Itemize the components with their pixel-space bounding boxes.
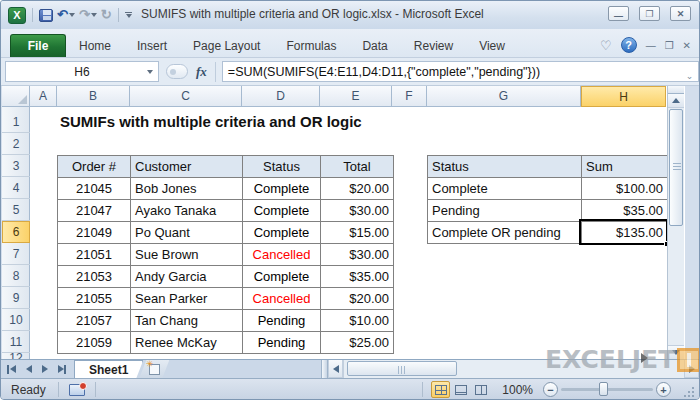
cell-customer[interactable]: Renee McKay: [131, 332, 243, 354]
close-button[interactable]: [670, 6, 691, 21]
first-sheet-button[interactable]: [6, 363, 19, 376]
vertical-split-handle[interactable]: [668, 86, 684, 94]
column-header-g[interactable]: G: [427, 86, 581, 107]
header-order[interactable]: Order #: [58, 156, 131, 178]
cell-status[interactable]: Cancelled: [243, 244, 321, 266]
excel-logo-icon[interactable]: [8, 7, 26, 24]
normal-view-button[interactable]: [431, 381, 450, 398]
redo-button[interactable]: [79, 7, 97, 23]
sheet-tab-sheet1[interactable]: Sheet1: [74, 360, 143, 378]
tab-home[interactable]: Home: [66, 39, 124, 53]
cell-customer[interactable]: Bob Jones: [131, 178, 243, 200]
scroll-right-button[interactable]: [684, 360, 699, 378]
column-header-e[interactable]: E: [320, 86, 392, 107]
cell-total[interactable]: $30.00: [321, 200, 394, 222]
row-header-5[interactable]: 5: [2, 199, 30, 221]
cell-order[interactable]: 21059: [58, 332, 131, 354]
restore-button[interactable]: [639, 6, 660, 21]
header-status[interactable]: Status: [428, 156, 582, 178]
cell-customer[interactable]: Andy Garcia: [131, 266, 243, 288]
horizontal-scrollbar[interactable]: [343, 360, 684, 378]
row-header-3[interactable]: 3: [2, 155, 30, 177]
cell-customer[interactable]: Sean Parker: [131, 288, 243, 310]
scroll-down-button[interactable]: [668, 345, 684, 359]
scroll-left-button[interactable]: [328, 360, 343, 378]
cell-status[interactable]: Complete: [243, 178, 321, 200]
last-sheet-button[interactable]: [54, 363, 67, 376]
repeat-icon[interactable]: [101, 7, 112, 23]
workbook-close-icon[interactable]: [683, 40, 691, 51]
insert-worksheet-button[interactable]: [139, 360, 169, 378]
previous-sheet-button[interactable]: [22, 363, 35, 376]
active-cell-selection[interactable]: [579, 219, 668, 245]
row-header-7[interactable]: 7: [2, 243, 30, 265]
tab-view[interactable]: View: [466, 39, 518, 53]
vertical-scroll-thumb[interactable]: [669, 109, 683, 226]
column-header-a[interactable]: A: [30, 86, 57, 107]
formula-input[interactable]: =SUM(SUMIFS(E4:E11,D4:D11,{"complete","p…: [222, 61, 681, 82]
tab-file[interactable]: File: [10, 34, 66, 57]
header-customer[interactable]: Customer: [131, 156, 243, 178]
column-header-d[interactable]: D: [242, 86, 320, 107]
cell-status-label[interactable]: Pending: [428, 200, 582, 222]
page-break-view-button[interactable]: [471, 381, 490, 398]
header-total[interactable]: Total: [321, 156, 394, 178]
zoom-out-button[interactable]: −: [543, 382, 558, 397]
tab-review[interactable]: Review: [401, 39, 466, 53]
scroll-up-button[interactable]: [668, 94, 684, 108]
help-icon[interactable]: [621, 37, 637, 53]
select-all-button[interactable]: [2, 86, 30, 107]
column-header-c[interactable]: C: [130, 86, 242, 107]
cell-status[interactable]: Cancelled: [243, 288, 321, 310]
cell-total[interactable]: $35.00: [321, 266, 394, 288]
cell-status[interactable]: Complete: [243, 266, 321, 288]
chevron-down-icon[interactable]: [91, 13, 97, 17]
cell-status-label[interactable]: Complete OR pending: [428, 222, 582, 244]
row-header-4[interactable]: 4: [2, 177, 30, 199]
cell-order[interactable]: 21051: [58, 244, 131, 266]
column-header-h-selected[interactable]: H: [581, 86, 666, 107]
insert-function-button[interactable]: fx: [196, 64, 207, 80]
worksheet-title-cell[interactable]: SUMIFs with multiple criteria and OR log…: [60, 111, 362, 133]
cell-customer[interactable]: Ayako Tanaka: [131, 200, 243, 222]
cell-status[interactable]: Complete: [243, 200, 321, 222]
chevron-down-icon[interactable]: [69, 13, 75, 17]
cell-status[interactable]: Complete: [243, 222, 321, 244]
cell-order[interactable]: 21047: [58, 200, 131, 222]
cell-order[interactable]: 21055: [58, 288, 131, 310]
cell-order[interactable]: 21045: [58, 178, 131, 200]
cell-customer[interactable]: Tan Chang: [131, 310, 243, 332]
heart-icon[interactable]: [600, 36, 612, 54]
cell-sum-value[interactable]: $100.00: [582, 178, 668, 200]
cell-status[interactable]: Pending: [243, 332, 321, 354]
cell-status[interactable]: Pending: [243, 310, 321, 332]
cell-customer[interactable]: Po Quant: [131, 222, 243, 244]
expand-formula-bar-button[interactable]: [681, 61, 699, 82]
resize-grip[interactable]: [683, 386, 695, 398]
column-header-b[interactable]: B: [57, 86, 130, 107]
header-sum[interactable]: Sum: [582, 156, 668, 178]
row-header-8[interactable]: 8: [2, 265, 30, 287]
tab-formulas[interactable]: Formulas: [273, 39, 349, 53]
page-layout-view-button[interactable]: [451, 381, 470, 398]
row-header-11[interactable]: 11: [2, 331, 30, 353]
cell-order[interactable]: 21057: [58, 310, 131, 332]
vertical-scrollbar[interactable]: [667, 86, 684, 359]
zoom-in-button[interactable]: +: [656, 382, 671, 397]
cell-total[interactable]: $20.00: [321, 178, 394, 200]
column-header-f[interactable]: F: [392, 86, 427, 107]
name-box-dropdown[interactable]: [144, 66, 156, 78]
row-header-6-selected[interactable]: 6: [2, 221, 30, 243]
undo-button[interactable]: [57, 7, 75, 23]
zoom-level[interactable]: 100%: [502, 383, 533, 397]
zoom-slider-thumb[interactable]: [599, 382, 608, 396]
next-sheet-button[interactable]: [38, 363, 51, 376]
row-header-1[interactable]: 1: [2, 111, 30, 133]
header-status[interactable]: Status: [243, 156, 321, 178]
row-header-9[interactable]: 9: [2, 287, 30, 309]
cell-total[interactable]: $30.00: [321, 244, 394, 266]
tab-insert[interactable]: Insert: [124, 39, 180, 53]
workbook-minimize-icon[interactable]: [646, 40, 656, 51]
tab-data[interactable]: Data: [349, 39, 400, 53]
record-macro-icon[interactable]: [69, 384, 85, 396]
